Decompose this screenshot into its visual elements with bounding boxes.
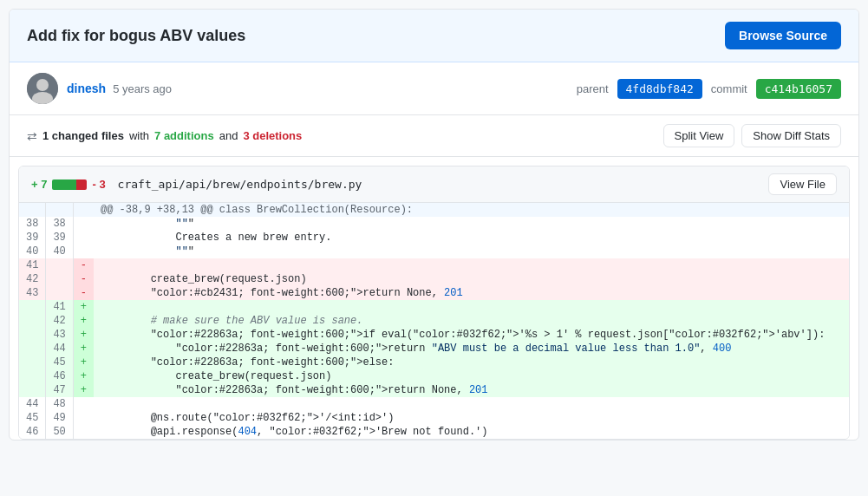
split-view-button[interactable]: Split View (663, 124, 735, 147)
line-old-num: 46 (19, 425, 46, 439)
diff-row: 44 + "color:#22863a; font-weight:600;">r… (19, 342, 849, 356)
line-new-num (46, 258, 73, 272)
stats-buttons: Split View Show Diff Stats (663, 124, 841, 147)
line-old-num (19, 314, 46, 328)
line-sign: - (73, 258, 94, 272)
line-code: create_brew(request.json) (94, 369, 848, 383)
line-new-num: 44 (46, 342, 73, 356)
line-old-num (19, 356, 46, 369)
line-sign (73, 245, 94, 258)
line-code: """ (94, 245, 848, 258)
diff-row: 46 50 @api.response(404, "color:#032f62;… (19, 425, 849, 439)
diff-row: 39 39 Creates a new brew entry. (19, 231, 849, 245)
additions-bar (52, 179, 87, 190)
line-code: @ns.route("color:#032f62;">'/<int:id>') (94, 411, 848, 425)
deletions-count: 3 deletions (243, 129, 302, 142)
author-row: dinesh 5 years ago parent 4fd8dbf842 com… (10, 62, 858, 115)
line-old-num: 43 (19, 286, 46, 300)
line-new-num: 46 (46, 369, 73, 383)
line-old-num (19, 328, 46, 342)
line-new-num: 39 (46, 231, 73, 245)
stats-and: and (219, 129, 238, 142)
line-old-num (19, 369, 46, 383)
line-sign (73, 411, 94, 425)
commit-title: Add fix for bogus ABV values (27, 27, 245, 45)
diff-row: 45 + "color:#22863a; font-weight:600;">e… (19, 356, 849, 369)
line-code (94, 397, 848, 411)
line-code (94, 258, 848, 272)
hunk-sign (73, 203, 94, 217)
line-sign: + (73, 383, 94, 397)
line-new-num: 43 (46, 328, 73, 342)
changed-files-icon: ⇄ (27, 129, 37, 143)
line-old-num (19, 300, 46, 314)
diff-row: 38 38 """ (19, 217, 849, 231)
line-old-num (19, 383, 46, 397)
line-code: # make sure the ABV value is sane. (94, 314, 848, 328)
view-file-button[interactable]: View File (768, 173, 837, 195)
line-old-num (19, 342, 46, 356)
diff-row: 41 + (19, 300, 849, 314)
line-sign: - (73, 286, 94, 300)
line-new-num: 48 (46, 397, 73, 411)
diff-row: 41 - (19, 258, 849, 272)
line-old-num: 44 (19, 397, 46, 411)
author-info: dinesh 5 years ago (67, 82, 568, 95)
commit-hash-badge[interactable]: c414b16057 (756, 79, 841, 99)
file-stats: + 7 - 3 craft_api/api/brew/endpoints/bre… (31, 178, 362, 191)
line-new-num (46, 272, 73, 286)
line-new-num (46, 286, 73, 300)
line-new-num: 47 (46, 383, 73, 397)
line-sign (73, 425, 94, 439)
line-code: "color:#cb2431; font-weight:600;">return… (94, 286, 848, 300)
line-sign: + (73, 369, 94, 383)
diff-row: 43 - "color:#cb2431; font-weight:600;">r… (19, 286, 849, 300)
page-wrapper: Add fix for bogus ABV values Browse Sour… (9, 9, 859, 441)
file-title-bar: + 7 - 3 craft_api/api/brew/endpoints/bre… (19, 166, 849, 203)
parent-label: parent (577, 82, 609, 95)
author-time: 5 years ago (113, 82, 172, 95)
show-diff-stats-button[interactable]: Show Diff Stats (741, 124, 841, 147)
parent-hash-badge[interactable]: 4fd8dbf842 (617, 79, 702, 99)
line-old-num: 40 (19, 245, 46, 258)
stats-with: with (129, 129, 149, 142)
line-sign (73, 397, 94, 411)
line-new-num: 41 (46, 300, 73, 314)
browse-source-button[interactable]: Browse Source (725, 22, 841, 49)
line-sign: + (73, 314, 94, 328)
line-code: @api.response(404, "color:#032f62;">'Bre… (94, 425, 848, 439)
commit-label: commit (711, 82, 747, 95)
diff-table: @@ -38,9 +38,13 @@ class BrewCollection(… (19, 203, 849, 439)
diff-row: 46 + create_brew(request.json) (19, 369, 849, 383)
commit-meta: parent 4fd8dbf842 commit c414b16057 (577, 79, 841, 99)
line-code: "color:#22863a; font-weight:600;">if eva… (94, 328, 848, 342)
line-sign (73, 231, 94, 245)
hunk-old-num (19, 203, 46, 217)
line-new-num: 49 (46, 411, 73, 425)
diff-hunk-row: @@ -38,9 +38,13 @@ class BrewCollection(… (19, 203, 849, 217)
line-new-num: 40 (46, 245, 73, 258)
diff-row: 42 + # make sure the ABV value is sane. (19, 314, 849, 328)
line-sign: + (73, 328, 94, 342)
line-sign: + (73, 342, 94, 356)
hunk-code: @@ -38,9 +38,13 @@ class BrewCollection(… (94, 203, 848, 217)
stats-bar: ⇄ 1 changed files with 7 additions and 3… (10, 115, 858, 157)
diff-row: 47 + "color:#22863a; font-weight:600;">r… (19, 383, 849, 397)
line-sign: + (73, 300, 94, 314)
line-code: create_brew(request.json) (94, 272, 848, 286)
avatar (27, 73, 58, 104)
file-additions-num: + 7 (31, 178, 47, 191)
author-name[interactable]: dinesh (67, 82, 106, 95)
diff-row: 45 49 @ns.route("color:#032f62;">'/<int:… (19, 411, 849, 425)
line-sign (73, 217, 94, 231)
line-code: "color:#22863a; font-weight:600;">return… (94, 342, 848, 356)
line-code: "color:#22863a; font-weight:600;">return… (94, 383, 848, 397)
line-sign: - (73, 272, 94, 286)
line-old-num: 39 (19, 231, 46, 245)
file-diff-container: + 7 - 3 craft_api/api/brew/endpoints/bre… (18, 166, 850, 440)
diff-row: 44 48 (19, 397, 849, 411)
diff-row: 43 + "color:#22863a; font-weight:600;">i… (19, 328, 849, 342)
line-old-num: 38 (19, 217, 46, 231)
additions-count: 7 additions (154, 129, 214, 142)
avatar-image (27, 73, 58, 104)
